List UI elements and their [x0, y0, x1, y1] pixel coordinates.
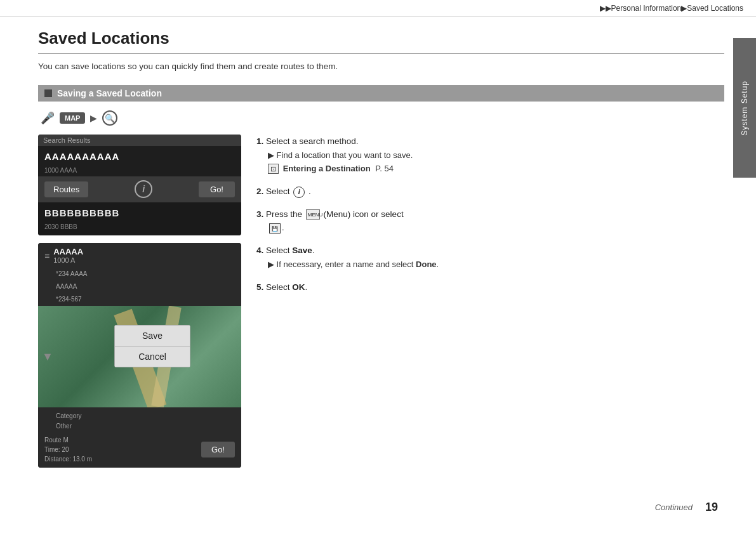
- distance-label: Distance: 13.0 m: [44, 454, 92, 464]
- step1-main: Select a search method.: [266, 136, 359, 146]
- step5-ok: OK: [292, 282, 305, 292]
- down-arrow-icon: ▼: [42, 350, 53, 364]
- step1-link: Entering a Destination: [283, 164, 371, 173]
- route-details: Route M Time: 20 Distance: 13.0 m: [44, 435, 92, 464]
- hamburger-icon: ≡: [44, 251, 50, 261]
- screen2-detail1: *234 AAAA: [38, 268, 241, 280]
- step3-save-icon: 💾.: [268, 223, 284, 232]
- step4-main: Select Save.: [266, 246, 315, 255]
- two-col-layout: Search Results AAAAAAAAAA 1000 AAAA Rout…: [38, 135, 724, 468]
- section-header: Saving a Saved Location: [38, 85, 724, 102]
- step2-num: 2.: [256, 187, 263, 196]
- sidebar-tab: System Setup: [733, 38, 756, 178]
- screen2-category: Category Other: [38, 407, 241, 433]
- info-icon[interactable]: i: [135, 180, 152, 198]
- screen2: ≡ AAAAA 1000 A *234 AAAA AAAAA *234-567: [38, 243, 241, 468]
- section-square-icon: [44, 89, 52, 97]
- screen1-item2-sub: 2030 BBBB: [38, 223, 241, 235]
- step1-sub1: ▶ Find a location that you want to save.: [268, 150, 413, 160]
- screens-col: Search Results AAAAAAAAAA 1000 AAAA Rout…: [38, 135, 241, 468]
- page-footer: Continued 19: [655, 501, 718, 514]
- map-button[interactable]: MAP: [60, 112, 85, 124]
- screen2-name: AAAAA: [53, 247, 83, 256]
- step2-main: Select: [266, 187, 292, 196]
- step1-ref: P. 54: [375, 164, 394, 173]
- page-number: 19: [705, 501, 718, 514]
- screen1-header: Search Results: [38, 135, 241, 146]
- search-icon: 🔍: [102, 110, 117, 126]
- screen2-detail2: AAAAA: [38, 280, 241, 293]
- continued-text: Continued: [655, 503, 693, 512]
- step2-period: .: [308, 187, 311, 196]
- step-5: 5. Select OK.: [256, 280, 724, 294]
- step4-save: Save: [292, 246, 312, 255]
- step4-num: 4.: [256, 246, 263, 255]
- category-label: Category: [56, 412, 82, 419]
- category-value: Other: [56, 423, 72, 430]
- route-label: Route M: [44, 435, 92, 445]
- mic-icon: 🎤: [41, 111, 55, 125]
- section-title: Saving a Saved Location: [57, 88, 162, 98]
- instructions-col: 1. Select a search method. ▶ Find a loca…: [256, 135, 724, 303]
- step3-menu-icon: MENU: [306, 209, 320, 220]
- screen1-actions: Routes i Go!: [38, 176, 241, 202]
- page-title: Saved Locations: [38, 29, 724, 54]
- entering-destination-icon: ⊡: [268, 164, 279, 174]
- save-button-overlay[interactable]: Save: [115, 326, 190, 346]
- screen2-detail3: *234-567: [38, 293, 241, 306]
- step4-done: Done: [416, 260, 437, 269]
- screen2-top: ≡ AAAAA 1000 A: [38, 243, 241, 268]
- main-content: Saved Locations You can save locations s…: [38, 17, 724, 468]
- screen1-item1-name: AAAAAAAAAA: [38, 146, 241, 167]
- step4-sub: ▶ If necessary, enter a name and select …: [268, 260, 439, 269]
- cancel-button-overlay[interactable]: Cancel: [115, 346, 190, 367]
- breadcrumb: ▶▶Personal Information▶Saved Locations: [0, 0, 756, 17]
- screen2-map: Save Cancel ▼: [38, 306, 241, 407]
- step-4: 4. Select Save. ▶ If necessary, enter a …: [256, 244, 724, 271]
- step1-num: 1.: [256, 136, 263, 146]
- screen2-route-info: Route M Time: 20 Distance: 13.0 m Go!: [38, 433, 241, 468]
- step-2: 2. Select i .: [256, 185, 724, 199]
- step-3: 3. Press the MENU (Menu) icon or select …: [256, 207, 724, 235]
- screen1-item1-sub: 1000 AAAA: [38, 167, 241, 176]
- screen1: Search Results AAAAAAAAAA 1000 AAAA Rout…: [38, 135, 241, 235]
- step-1: 1. Select a search method. ▶ Find a loca…: [256, 135, 724, 176]
- icon-row: 🎤 MAP ▶ 🔍: [41, 110, 724, 126]
- screen2-addr: 1000 A: [53, 256, 83, 264]
- routes-button[interactable]: Routes: [44, 181, 88, 197]
- step3-main2: (Menu) icon or select: [324, 209, 404, 219]
- step5-num: 5.: [256, 282, 263, 292]
- step2-info-icon: i: [293, 187, 305, 198]
- intro-text: You can save locations so you can quickl…: [38, 62, 724, 71]
- save-cancel-overlay: Save Cancel: [114, 325, 190, 367]
- go-button-2[interactable]: Go!: [201, 442, 235, 457]
- screen1-item2-name: BBBBBBBBBB: [38, 202, 241, 223]
- step3-main: Press the: [266, 209, 305, 219]
- step3-num: 3.: [256, 209, 263, 219]
- time-label: Time: 20: [44, 445, 92, 454]
- sidebar-label: System Setup: [740, 81, 749, 136]
- go-button-1[interactable]: Go!: [199, 181, 235, 197]
- inline-save-icon: 💾: [269, 223, 281, 234]
- step5-main: Select OK.: [266, 282, 307, 292]
- step1-sub2: ⊡ Entering a Destination P. 54: [268, 164, 394, 173]
- arrow-icon: ▶: [90, 113, 97, 123]
